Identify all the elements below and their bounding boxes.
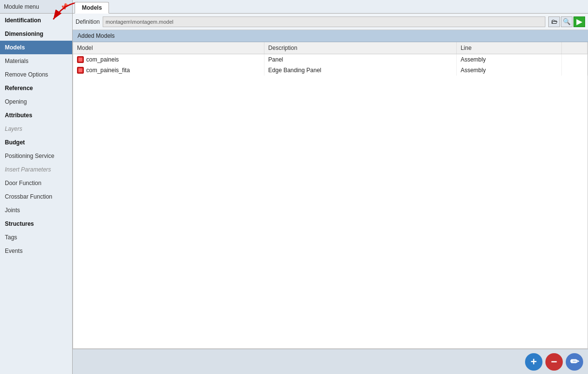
cell-line-2: Assembly <box>456 65 561 76</box>
remove-icon: − <box>551 356 557 368</box>
col-extra <box>561 42 587 54</box>
edit-button[interactable]: ✏ <box>566 353 583 371</box>
sidebar-item-materials[interactable]: Materials <box>0 54 72 68</box>
added-models-header: Added Models <box>73 30 588 42</box>
cell-description-1: Panel <box>264 54 456 65</box>
cell-model-2: com_paineis_fita <box>73 65 264 76</box>
models-table-container: Model Description Line com_paineis <box>73 42 588 349</box>
sidebar: Identification Dimensioning Models Mater… <box>0 14 73 374</box>
sidebar-item-tags[interactable]: Tags <box>0 231 72 244</box>
sidebar-item-reference[interactable]: Reference <box>0 81 72 95</box>
add-button[interactable]: + <box>525 353 542 371</box>
sidebar-item-budget[interactable]: Budget <box>0 136 72 149</box>
pin-icon: 📌 <box>60 3 68 11</box>
search-button[interactable]: 🔍 <box>561 16 573 27</box>
tab-models[interactable]: Models <box>75 2 109 14</box>
sidebar-item-joints[interactable]: Joints <box>0 203 72 217</box>
table-row[interactable]: com_paineis_fita Edge Banding Panel Asse… <box>73 65 588 76</box>
sidebar-item-models[interactable]: Models <box>0 41 72 54</box>
sidebar-item-insert-parameters[interactable]: Insert Parameters <box>0 163 72 176</box>
remove-button[interactable]: − <box>545 353 563 371</box>
browse-icon: 🗁 <box>551 18 557 25</box>
col-description: Description <box>264 42 456 54</box>
sidebar-item-identification[interactable]: Identification <box>0 14 72 27</box>
cell-extra-1 <box>561 54 587 65</box>
go-button[interactable]: ▶ <box>573 16 585 27</box>
cell-extra-2 <box>561 65 587 76</box>
bottom-action-bar: + − ✏ <box>73 349 588 374</box>
sidebar-item-events[interactable]: Events <box>0 244 72 258</box>
table-header-row: Model Description Line <box>73 42 588 54</box>
edit-icon: ✏ <box>570 356 579 368</box>
definition-input[interactable] <box>103 16 545 27</box>
cell-model-1: com_paineis <box>73 54 264 65</box>
browse-button[interactable]: 🗁 <box>548 16 560 27</box>
cell-line-1: Assembly <box>456 54 561 65</box>
definition-label: Definition <box>76 18 100 25</box>
model-icon-1 <box>77 56 84 63</box>
content-panel: Definition 🗁 🔍 ▶ Added Models <box>73 14 588 374</box>
module-menu-label: Module menu <box>4 3 39 10</box>
sidebar-item-opening[interactable]: Opening <box>0 95 72 109</box>
models-table: Model Description Line com_paineis <box>73 42 588 76</box>
search-icon: 🔍 <box>563 18 571 25</box>
col-model: Model <box>73 42 264 54</box>
go-icon: ▶ <box>576 17 582 26</box>
sidebar-item-positioning-service[interactable]: Positioning Service <box>0 149 72 163</box>
sidebar-item-dimensioning[interactable]: Dimensioning <box>0 27 72 41</box>
sidebar-item-remove-options[interactable]: Remove Options <box>0 68 72 81</box>
model-icon-2 <box>77 67 84 74</box>
sidebar-item-structures[interactable]: Structures <box>0 217 72 231</box>
sidebar-item-layers[interactable]: Layers <box>0 122 72 136</box>
sidebar-item-crossbar-function[interactable]: Crossbar Function <box>0 190 72 203</box>
definition-bar: Definition 🗁 🔍 ▶ <box>73 14 588 30</box>
add-icon: + <box>531 356 537 368</box>
module-menu-button[interactable]: Module menu 📌 <box>0 0 73 13</box>
col-line: Line <box>456 42 561 54</box>
cell-description-2: Edge Banding Panel <box>264 65 456 76</box>
table-row[interactable]: com_paineis Panel Assembly <box>73 54 588 65</box>
sidebar-item-door-function[interactable]: Door Function <box>0 176 72 190</box>
sidebar-item-attributes[interactable]: Attributes <box>0 109 72 122</box>
